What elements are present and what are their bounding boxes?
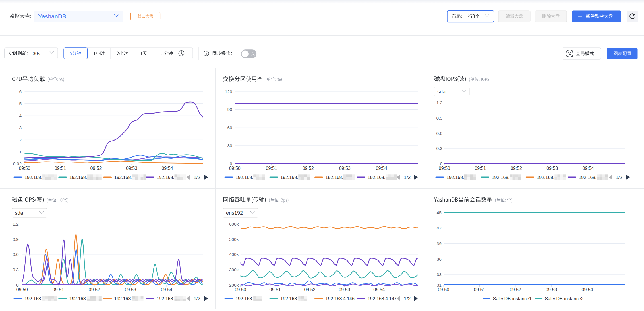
svg-text:192.168.: 192.168. — [24, 175, 42, 180]
svg-text:0.3: 0.3 — [13, 267, 19, 272]
svg-text:09:51: 09:51 — [270, 287, 281, 292]
svg-text:SalesDB-instance2: SalesDB-instance2 — [545, 296, 583, 301]
svg-text:09:50: 09:50 — [19, 166, 30, 171]
svg-text:SalesDB-instance1: SalesDB-instance1 — [493, 296, 532, 301]
svg-text:09:51: 09:51 — [55, 166, 66, 171]
svg-text:09:54: 09:54 — [583, 166, 594, 171]
svg-text:09:51: 09:51 — [475, 166, 486, 171]
svg-text:1: 1 — [19, 149, 22, 154]
svg-text:30s: 30s — [33, 51, 40, 56]
svg-text:09:51: 09:51 — [474, 287, 485, 292]
svg-text:30: 30 — [227, 143, 232, 148]
svg-text:192.168.: 192.168. — [492, 175, 510, 180]
svg-text:09:50: 09:50 — [16, 287, 28, 292]
svg-text:31: 31 — [437, 283, 442, 287]
svg-text:09:53: 09:53 — [339, 287, 350, 292]
svg-text:2: 2 — [19, 137, 22, 142]
svg-text:09:50: 09:50 — [235, 287, 246, 292]
svg-text:0.9: 0.9 — [13, 237, 19, 242]
svg-text:192.168.: 192.168. — [235, 175, 253, 180]
svg-text:09:53: 09:53 — [125, 287, 136, 292]
svg-text:192.168.: 192.168. — [114, 175, 132, 180]
svg-text:192.168.: 192.168. — [69, 175, 87, 180]
svg-text:YashanDB: YashanDB — [38, 13, 66, 20]
svg-text:192.168.: 192.168. — [24, 296, 42, 301]
svg-text:09:53: 09:53 — [546, 287, 557, 292]
svg-text:1.2: 1.2 — [13, 222, 19, 226]
svg-text:192.168.: 192.168. — [446, 175, 464, 180]
svg-text:0.6: 0.6 — [436, 131, 442, 136]
svg-text:192.168.4.147: 192.168.4.147 — [368, 296, 397, 301]
svg-text:192.168.: 192.168. — [114, 296, 132, 301]
svg-text:192.168.: 192.168. — [235, 296, 253, 301]
svg-text:09:50: 09:50 — [229, 166, 241, 171]
svg-text:192.168.: 192.168. — [579, 175, 596, 180]
svg-text:09:54: 09:54 — [582, 287, 593, 292]
svg-text:0.02: 0.02 — [13, 161, 22, 166]
svg-text:120: 120 — [225, 89, 232, 94]
svg-text:192.168.: 192.168. — [280, 175, 298, 180]
svg-text:1/2: 1/2 — [194, 296, 200, 301]
svg-text:3: 3 — [19, 125, 22, 130]
svg-text:1.2: 1.2 — [436, 100, 442, 105]
svg-text:ens192: ens192 — [226, 210, 243, 216]
svg-text:09:54: 09:54 — [376, 166, 387, 171]
svg-text:400k: 400k — [229, 252, 239, 257]
svg-text:5: 5 — [19, 101, 22, 106]
svg-text:90: 90 — [227, 107, 232, 112]
svg-text:09:52: 09:52 — [304, 287, 315, 292]
svg-text:09:51: 09:51 — [266, 166, 277, 171]
svg-text:09:51: 09:51 — [53, 287, 64, 292]
svg-text:09:54: 09:54 — [161, 287, 172, 292]
svg-text:192.168.: 192.168. — [157, 175, 174, 180]
svg-text:1/2: 1/2 — [194, 175, 200, 180]
svg-text:192.168.: 192.168. — [368, 175, 385, 180]
svg-text:09:53: 09:53 — [339, 166, 351, 171]
svg-text:09:52: 09:52 — [510, 287, 521, 292]
svg-text:6: 6 — [19, 89, 22, 94]
svg-text:09:52: 09:52 — [90, 166, 102, 171]
svg-text:33: 33 — [437, 272, 442, 277]
svg-text:09:50: 09:50 — [439, 166, 450, 171]
svg-text:0: 0 — [440, 161, 442, 166]
svg-text:0.9: 0.9 — [436, 116, 442, 120]
svg-text:09:54: 09:54 — [161, 166, 173, 171]
svg-text:0: 0 — [230, 161, 232, 166]
svg-text:60: 60 — [227, 125, 232, 130]
svg-text:sda: sda — [15, 210, 24, 216]
svg-text:4: 4 — [19, 113, 22, 118]
svg-text:1/2: 1/2 — [616, 175, 622, 180]
svg-text:192.168.: 192.168. — [157, 296, 174, 301]
svg-text:09:52: 09:52 — [511, 166, 522, 171]
svg-text:600k: 600k — [229, 222, 239, 226]
svg-text:200k: 200k — [229, 283, 239, 287]
svg-text:0: 0 — [16, 283, 19, 287]
svg-text:36: 36 — [437, 257, 442, 262]
svg-text:192.168.4.146: 192.168.4.146 — [326, 296, 355, 301]
svg-text:39: 39 — [437, 241, 442, 246]
svg-text:45: 45 — [437, 210, 442, 215]
svg-text:1/2: 1/2 — [404, 296, 411, 301]
svg-text:sda: sda — [437, 89, 446, 95]
svg-text:09:53: 09:53 — [546, 166, 558, 171]
svg-text:09:52: 09:52 — [89, 287, 100, 292]
svg-text:42: 42 — [437, 226, 442, 230]
svg-text:09:53: 09:53 — [126, 166, 137, 171]
svg-text:09:54: 09:54 — [373, 287, 385, 292]
svg-text:192.168.: 192.168. — [69, 296, 87, 301]
svg-text:0.6: 0.6 — [13, 252, 19, 257]
svg-text:1/2: 1/2 — [404, 175, 411, 180]
svg-text:500k: 500k — [229, 237, 239, 242]
svg-text:192.168.: 192.168. — [280, 296, 298, 301]
svg-text:0.3: 0.3 — [436, 146, 442, 151]
svg-text:300k: 300k — [229, 267, 239, 272]
svg-text:09:52: 09:52 — [303, 166, 314, 171]
svg-text:192.168.: 192.168. — [537, 175, 554, 180]
svg-text:192.168.: 192.168. — [326, 175, 343, 180]
svg-text:09:50: 09:50 — [438, 287, 449, 292]
